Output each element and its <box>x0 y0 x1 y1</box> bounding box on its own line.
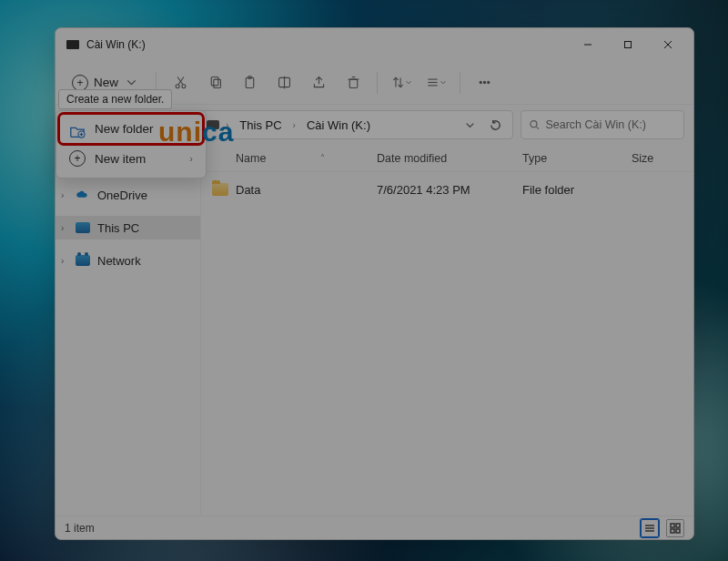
dim-overlay <box>0 0 728 561</box>
